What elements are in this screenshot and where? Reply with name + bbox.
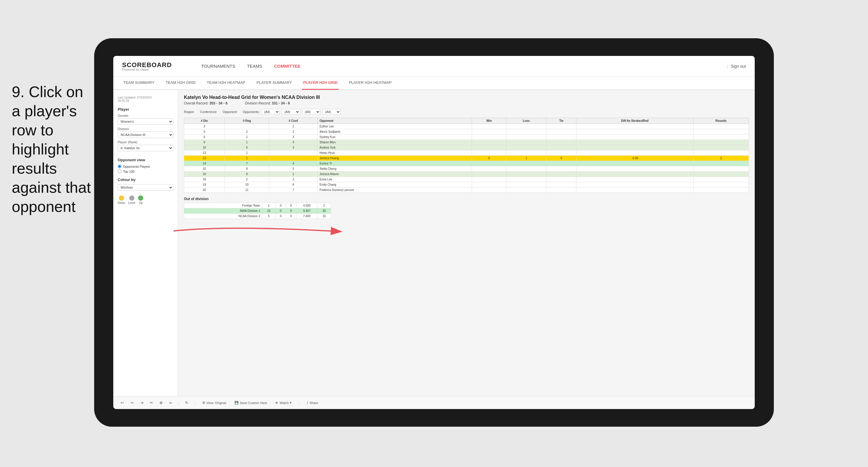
sidebar-timestamp: Last Updated: 27/03/2024 16:55:28 xyxy=(118,96,173,102)
subnav-team-summary[interactable]: TEAM SUMMARY xyxy=(122,76,156,90)
main-content: Last Updated: 27/03/2024 16:55:28 Player… xyxy=(113,90,755,396)
table-row[interactable]: 3 1 Esther Lee xyxy=(184,124,749,129)
sub-nav: TEAM SUMMARY TEAM H2H GRID TEAM H2H HEAT… xyxy=(113,76,755,90)
opponent-label: Opponent xyxy=(223,110,237,114)
toolbar-sep3: | xyxy=(299,401,300,405)
logo-text: SCOREBOARD xyxy=(122,61,172,68)
table-row[interactable]: 20 11 7 Federica Domecq Lacroze xyxy=(184,187,749,193)
sign-out[interactable]: Sign out xyxy=(731,64,746,68)
subnav-player-h2h-heatmap[interactable]: PLAYER H2H HEATMAP xyxy=(347,76,393,90)
out-of-division-table: Foreign Team 1 0 0 4.500 2 NAIA Division… xyxy=(184,203,331,219)
division-record: Division Record: 331 - 34 - 6 xyxy=(245,101,290,105)
grid-area: Katelyn Vo Head-to-Head Grid for Women's… xyxy=(178,90,755,396)
tablet-frame: SCOREBOARD Powered by clippd TOURNAMENTS… xyxy=(94,38,774,427)
col-div: # Div xyxy=(184,118,225,124)
colour-legend: Down Level Up xyxy=(118,195,173,205)
nav-committee[interactable]: COMMITTEE xyxy=(274,62,301,70)
opponent-select[interactable]: (All) xyxy=(322,109,341,115)
conference-select[interactable]: (All) xyxy=(302,109,320,115)
share-label: Share xyxy=(310,401,318,405)
watch-btn[interactable]: 👁 Watch ▾ xyxy=(273,400,294,405)
out-row[interactable]: Foreign Team 1 0 0 4.500 2 xyxy=(184,203,331,208)
view-icon: ⊞ xyxy=(203,401,205,405)
colour-by-title: Colour by xyxy=(118,178,173,182)
share-btn[interactable]: ⤴ Share xyxy=(304,400,320,405)
table-row[interactable]: 16 9 1 Jessica Mason xyxy=(184,172,749,177)
region-select[interactable]: (All) xyxy=(282,109,300,115)
col-tie: Tie xyxy=(547,118,577,124)
table-row[interactable]: 5 2 2 Alexis Sudjianto xyxy=(184,129,749,134)
subnav-player-h2h-grid[interactable]: PLAYER H2H GRID xyxy=(302,76,339,90)
main-table: # Div # Reg # Conf Opponent Win Loss Tie… xyxy=(184,118,749,193)
top-nav: SCOREBOARD Powered by clippd TOURNAMENTS… xyxy=(113,56,755,76)
col-win: Win xyxy=(472,118,506,124)
filter-conference-group: Conference xyxy=(200,110,217,114)
table-row[interactable]: 14 7 4 Eunice Yi xyxy=(184,161,749,166)
forward-btn[interactable]: ⇥ xyxy=(138,400,145,406)
player-rank-label: Player (Rank) xyxy=(118,141,173,144)
division-label: Division xyxy=(118,127,173,131)
col-opponent: Opponent xyxy=(317,118,472,124)
subnav-player-summary[interactable]: PLAYER SUMMARY xyxy=(255,76,293,90)
annotation-text: 9. Click on a player's row to highlight … xyxy=(12,83,94,216)
view-original-btn[interactable]: ⊞ View: Original xyxy=(200,400,228,405)
toolbar-sep1: | xyxy=(178,401,179,405)
out-row[interactable]: NCAA Division 2 5 0 0 7.400 10 xyxy=(184,214,331,219)
watch-chevron: ▾ xyxy=(290,401,291,405)
opponents-filter-label: Opponents: xyxy=(243,110,259,114)
save-custom-label: Save Custom View xyxy=(240,401,267,405)
save-custom-btn[interactable]: 💾 Save Custom View xyxy=(232,400,270,405)
player-rank-select[interactable]: 8. Katelyn Vo xyxy=(118,145,173,151)
up-dot xyxy=(138,195,143,201)
gender-select[interactable]: Women's xyxy=(118,118,173,125)
col-loss: Loss xyxy=(506,118,547,124)
colour-by-select[interactable]: Win/loss xyxy=(118,184,173,191)
out-row[interactable]: NAIA Division 1 15 0 0 9.267 30 xyxy=(184,208,331,214)
redo-btn[interactable]: ↪ xyxy=(129,400,135,406)
subnav-team-h2h-heatmap[interactable]: TEAM H2H HEATMAP xyxy=(206,76,247,90)
overall-record: Overall Record: 353 - 34 - 6 xyxy=(184,101,227,105)
table-row[interactable]: 9 1 4 Sharon Mun xyxy=(184,140,749,145)
undo-btn[interactable]: ↩ xyxy=(119,400,125,406)
refresh-btn[interactable]: ↻ xyxy=(184,400,190,406)
table-row[interactable]: 15 8 5 Stella Cheng xyxy=(184,166,749,172)
table-row[interactable]: 19 10 6 Emily Chang xyxy=(184,182,749,187)
record-row: Overall Record: 353 - 34 - 6 Division Re… xyxy=(184,101,749,105)
colour-section: Colour by Win/loss Down Level xyxy=(118,178,173,205)
conference-label: Conference xyxy=(200,110,217,114)
table-row-highlighted[interactable]: 13 1 Jessica Huang 0 1 0 -3.00 2 xyxy=(184,156,749,161)
save-icon: 💾 xyxy=(235,401,239,405)
logo-area: SCOREBOARD Powered by clippd xyxy=(122,61,172,71)
nav-tournaments[interactable]: TOURNAMENTS xyxy=(201,62,236,70)
down-dot xyxy=(119,195,124,201)
filter-opponent-group: Opponent xyxy=(223,110,237,114)
table-row[interactable]: 13 1 Heejo Hyun xyxy=(184,150,749,156)
down-label: Down xyxy=(118,201,125,205)
up-label: Up xyxy=(138,201,143,205)
opponent-view-title: Opponent view xyxy=(118,158,173,162)
division-select[interactable]: NCAA Division III xyxy=(118,131,173,138)
radio-top100[interactable]: Top 100 xyxy=(118,169,173,173)
table-row[interactable]: 6 1 3 Sydney Kuo xyxy=(184,134,749,140)
sidebar: Last Updated: 27/03/2024 16:55:28 Player… xyxy=(113,90,178,396)
col-diff: Diff Av Strokes/Rnd xyxy=(577,118,693,124)
out-of-division-title: Out of division xyxy=(184,197,749,201)
col-rounds: Rounds xyxy=(693,118,748,124)
col-reg: # Reg xyxy=(225,118,269,124)
opponents-select[interactable]: (All) xyxy=(261,109,280,115)
table-row[interactable]: 18 2 2 Euna Lee xyxy=(184,177,749,182)
subnav-team-h2h-grid[interactable]: TEAM H2H GRID xyxy=(164,76,197,90)
tablet-screen: SCOREBOARD Powered by clippd TOURNAMENTS… xyxy=(113,56,755,409)
main-nav: TOURNAMENTS TEAMS COMMITTEE xyxy=(201,62,301,70)
paste-btn[interactable]: ⊕ xyxy=(158,400,164,406)
table-row[interactable]: 10 6 3 Andrea York xyxy=(184,145,749,150)
radio-opponents-played[interactable]: Opponents Played xyxy=(118,164,173,168)
cut-btn[interactable]: ✂ xyxy=(148,400,154,406)
sidebar-player-title: Player xyxy=(118,107,173,112)
region-label: Region xyxy=(184,110,194,114)
toolbar-sep2: | xyxy=(194,401,195,405)
link-btn[interactable]: ∞ xyxy=(168,400,173,406)
view-original-label: View: Original xyxy=(206,401,226,405)
level-label: Level xyxy=(128,201,135,205)
nav-teams[interactable]: TEAMS xyxy=(247,62,262,70)
